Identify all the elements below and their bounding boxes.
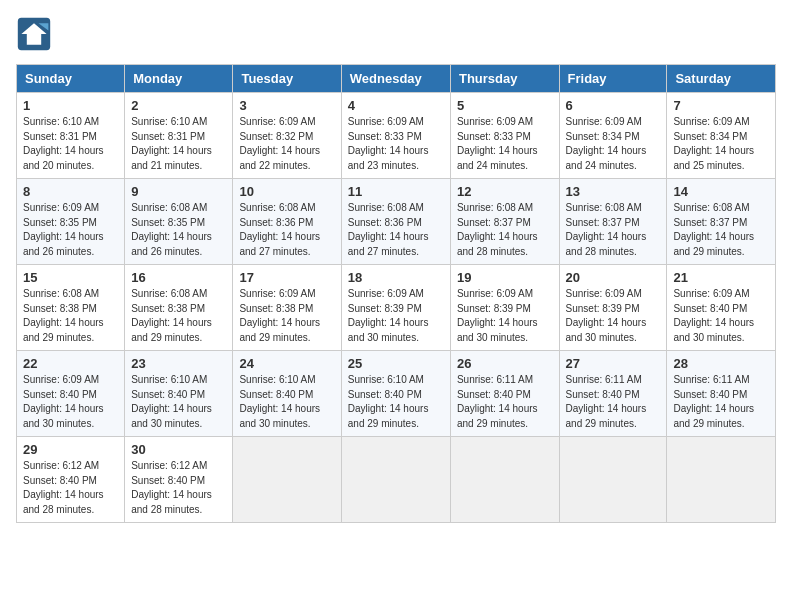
calendar-cell: 30Sunrise: 6:12 AM Sunset: 8:40 PM Dayli… — [125, 437, 233, 523]
day-info: Sunrise: 6:08 AM Sunset: 8:36 PM Dayligh… — [348, 201, 444, 259]
calendar-cell: 7Sunrise: 6:09 AM Sunset: 8:34 PM Daylig… — [667, 93, 776, 179]
day-number: 18 — [348, 270, 444, 285]
calendar-cell: 17Sunrise: 6:09 AM Sunset: 8:38 PM Dayli… — [233, 265, 341, 351]
calendar-cell: 6Sunrise: 6:09 AM Sunset: 8:34 PM Daylig… — [559, 93, 667, 179]
calendar-cell: 2Sunrise: 6:10 AM Sunset: 8:31 PM Daylig… — [125, 93, 233, 179]
day-info: Sunrise: 6:08 AM Sunset: 8:37 PM Dayligh… — [566, 201, 661, 259]
day-number: 6 — [566, 98, 661, 113]
calendar-cell: 12Sunrise: 6:08 AM Sunset: 8:37 PM Dayli… — [450, 179, 559, 265]
calendar-cell: 28Sunrise: 6:11 AM Sunset: 8:40 PM Dayli… — [667, 351, 776, 437]
day-number: 26 — [457, 356, 553, 371]
day-number: 29 — [23, 442, 118, 457]
day-number: 30 — [131, 442, 226, 457]
calendar-cell: 26Sunrise: 6:11 AM Sunset: 8:40 PM Dayli… — [450, 351, 559, 437]
day-number: 19 — [457, 270, 553, 285]
day-number: 20 — [566, 270, 661, 285]
calendar-cell: 29Sunrise: 6:12 AM Sunset: 8:40 PM Dayli… — [17, 437, 125, 523]
day-number: 28 — [673, 356, 769, 371]
calendar-cell — [450, 437, 559, 523]
day-info: Sunrise: 6:08 AM Sunset: 8:37 PM Dayligh… — [457, 201, 553, 259]
day-info: Sunrise: 6:09 AM Sunset: 8:39 PM Dayligh… — [348, 287, 444, 345]
day-info: Sunrise: 6:09 AM Sunset: 8:40 PM Dayligh… — [23, 373, 118, 431]
day-number: 25 — [348, 356, 444, 371]
day-number: 16 — [131, 270, 226, 285]
day-info: Sunrise: 6:09 AM Sunset: 8:34 PM Dayligh… — [566, 115, 661, 173]
day-info: Sunrise: 6:12 AM Sunset: 8:40 PM Dayligh… — [131, 459, 226, 517]
day-info: Sunrise: 6:10 AM Sunset: 8:40 PM Dayligh… — [239, 373, 334, 431]
day-info: Sunrise: 6:09 AM Sunset: 8:39 PM Dayligh… — [566, 287, 661, 345]
day-number: 23 — [131, 356, 226, 371]
day-info: Sunrise: 6:08 AM Sunset: 8:37 PM Dayligh… — [673, 201, 769, 259]
logo-icon — [16, 16, 52, 52]
day-info: Sunrise: 6:10 AM Sunset: 8:40 PM Dayligh… — [348, 373, 444, 431]
calendar-cell — [341, 437, 450, 523]
calendar-cell: 9Sunrise: 6:08 AM Sunset: 8:35 PM Daylig… — [125, 179, 233, 265]
day-info: Sunrise: 6:09 AM Sunset: 8:40 PM Dayligh… — [673, 287, 769, 345]
calendar-cell: 18Sunrise: 6:09 AM Sunset: 8:39 PM Dayli… — [341, 265, 450, 351]
weekday-header-saturday: Saturday — [667, 65, 776, 93]
calendar-cell: 19Sunrise: 6:09 AM Sunset: 8:39 PM Dayli… — [450, 265, 559, 351]
day-number: 27 — [566, 356, 661, 371]
weekday-header-sunday: Sunday — [17, 65, 125, 93]
day-info: Sunrise: 6:08 AM Sunset: 8:35 PM Dayligh… — [131, 201, 226, 259]
weekday-header-monday: Monday — [125, 65, 233, 93]
day-number: 21 — [673, 270, 769, 285]
calendar-cell: 21Sunrise: 6:09 AM Sunset: 8:40 PM Dayli… — [667, 265, 776, 351]
weekday-header-friday: Friday — [559, 65, 667, 93]
day-info: Sunrise: 6:11 AM Sunset: 8:40 PM Dayligh… — [457, 373, 553, 431]
calendar-cell: 13Sunrise: 6:08 AM Sunset: 8:37 PM Dayli… — [559, 179, 667, 265]
calendar-cell: 4Sunrise: 6:09 AM Sunset: 8:33 PM Daylig… — [341, 93, 450, 179]
day-number: 5 — [457, 98, 553, 113]
day-info: Sunrise: 6:08 AM Sunset: 8:36 PM Dayligh… — [239, 201, 334, 259]
day-info: Sunrise: 6:12 AM Sunset: 8:40 PM Dayligh… — [23, 459, 118, 517]
calendar-cell: 8Sunrise: 6:09 AM Sunset: 8:35 PM Daylig… — [17, 179, 125, 265]
day-info: Sunrise: 6:11 AM Sunset: 8:40 PM Dayligh… — [673, 373, 769, 431]
day-number: 1 — [23, 98, 118, 113]
day-number: 15 — [23, 270, 118, 285]
day-info: Sunrise: 6:10 AM Sunset: 8:40 PM Dayligh… — [131, 373, 226, 431]
day-info: Sunrise: 6:11 AM Sunset: 8:40 PM Dayligh… — [566, 373, 661, 431]
calendar-cell: 16Sunrise: 6:08 AM Sunset: 8:38 PM Dayli… — [125, 265, 233, 351]
day-number: 2 — [131, 98, 226, 113]
day-number: 3 — [239, 98, 334, 113]
day-number: 9 — [131, 184, 226, 199]
day-number: 10 — [239, 184, 334, 199]
day-number: 14 — [673, 184, 769, 199]
day-number: 11 — [348, 184, 444, 199]
weekday-header-thursday: Thursday — [450, 65, 559, 93]
day-number: 4 — [348, 98, 444, 113]
calendar-cell — [559, 437, 667, 523]
calendar-cell: 11Sunrise: 6:08 AM Sunset: 8:36 PM Dayli… — [341, 179, 450, 265]
calendar-cell: 15Sunrise: 6:08 AM Sunset: 8:38 PM Dayli… — [17, 265, 125, 351]
calendar-cell — [233, 437, 341, 523]
logo — [16, 16, 56, 52]
calendar-cell: 23Sunrise: 6:10 AM Sunset: 8:40 PM Dayli… — [125, 351, 233, 437]
day-info: Sunrise: 6:09 AM Sunset: 8:33 PM Dayligh… — [348, 115, 444, 173]
day-info: Sunrise: 6:09 AM Sunset: 8:32 PM Dayligh… — [239, 115, 334, 173]
calendar-cell: 24Sunrise: 6:10 AM Sunset: 8:40 PM Dayli… — [233, 351, 341, 437]
day-info: Sunrise: 6:09 AM Sunset: 8:34 PM Dayligh… — [673, 115, 769, 173]
day-number: 17 — [239, 270, 334, 285]
day-number: 13 — [566, 184, 661, 199]
calendar-cell: 25Sunrise: 6:10 AM Sunset: 8:40 PM Dayli… — [341, 351, 450, 437]
day-number: 12 — [457, 184, 553, 199]
day-info: Sunrise: 6:09 AM Sunset: 8:33 PM Dayligh… — [457, 115, 553, 173]
day-number: 8 — [23, 184, 118, 199]
day-number: 7 — [673, 98, 769, 113]
weekday-header-wednesday: Wednesday — [341, 65, 450, 93]
calendar-cell: 5Sunrise: 6:09 AM Sunset: 8:33 PM Daylig… — [450, 93, 559, 179]
calendar-cell: 22Sunrise: 6:09 AM Sunset: 8:40 PM Dayli… — [17, 351, 125, 437]
calendar-table: SundayMondayTuesdayWednesdayThursdayFrid… — [16, 64, 776, 523]
day-info: Sunrise: 6:09 AM Sunset: 8:39 PM Dayligh… — [457, 287, 553, 345]
day-info: Sunrise: 6:09 AM Sunset: 8:38 PM Dayligh… — [239, 287, 334, 345]
day-info: Sunrise: 6:08 AM Sunset: 8:38 PM Dayligh… — [23, 287, 118, 345]
calendar-cell: 14Sunrise: 6:08 AM Sunset: 8:37 PM Dayli… — [667, 179, 776, 265]
calendar-cell: 1Sunrise: 6:10 AM Sunset: 8:31 PM Daylig… — [17, 93, 125, 179]
calendar-cell: 27Sunrise: 6:11 AM Sunset: 8:40 PM Dayli… — [559, 351, 667, 437]
page-header — [16, 16, 776, 52]
day-number: 22 — [23, 356, 118, 371]
calendar-cell: 3Sunrise: 6:09 AM Sunset: 8:32 PM Daylig… — [233, 93, 341, 179]
day-info: Sunrise: 6:08 AM Sunset: 8:38 PM Dayligh… — [131, 287, 226, 345]
weekday-header-tuesday: Tuesday — [233, 65, 341, 93]
calendar-cell — [667, 437, 776, 523]
